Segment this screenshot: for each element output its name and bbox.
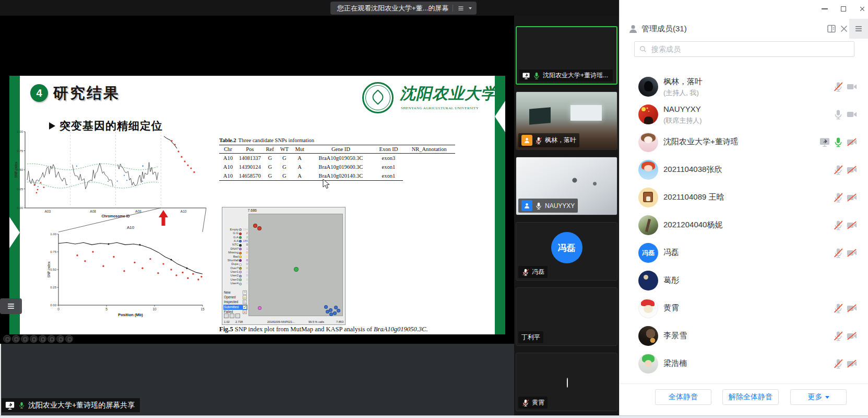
tile-name-bar: 黄霄 bbox=[518, 397, 548, 409]
annotation-tool-6[interactable] bbox=[47, 335, 55, 343]
kasp-legend-row: Dupe 0 bbox=[223, 263, 248, 266]
member-row[interactable]: 梁浩楠 bbox=[620, 350, 868, 378]
mic-muted-icon[interactable] bbox=[833, 164, 844, 176]
window-maximize-button[interactable] bbox=[836, 3, 851, 15]
university-logo-icon bbox=[362, 82, 394, 113]
svg-text:10: 10 bbox=[152, 307, 157, 311]
mic-muted-icon[interactable] bbox=[833, 330, 844, 342]
camera-off-icon[interactable] bbox=[846, 164, 858, 176]
mic-muted-icon[interactable] bbox=[833, 247, 844, 259]
member-row[interactable]: NAUYYXY (联席主持人) bbox=[620, 101, 868, 129]
pill-divider bbox=[453, 5, 453, 11]
mic-icon[interactable] bbox=[833, 109, 844, 120]
table-header-cell: Pos bbox=[237, 145, 263, 154]
member-row[interactable]: 葛彤 bbox=[620, 267, 868, 295]
camera-off-icon[interactable] bbox=[846, 303, 858, 314]
member-row[interactable]: 沈阳农业大学+董诗瑶 bbox=[620, 129, 868, 156]
legend-dot-icon bbox=[239, 275, 242, 277]
avatar bbox=[567, 378, 568, 388]
mic-active-icon[interactable] bbox=[833, 136, 844, 148]
members-panel: 管理成员(31) 枫林，落叶 (主持人, 我) NAUYYXY (联席主持人) … bbox=[619, 0, 868, 415]
avatar: 冯磊 bbox=[638, 243, 658, 263]
genotype-cluster-dot bbox=[329, 312, 333, 316]
table-header-cell: Ref bbox=[263, 145, 277, 154]
member-row[interactable]: 2021104089 王晗 bbox=[620, 184, 868, 212]
member-row[interactable]: 黄霄 bbox=[620, 295, 868, 322]
table-cell: BraA10g019600.3C bbox=[307, 162, 374, 171]
unmute-all-button[interactable]: 解除全体静音 bbox=[722, 389, 779, 405]
video-tile[interactable]: 沈阳农业大学+董诗瑶... bbox=[516, 26, 617, 85]
video-tile[interactable]: NAUYYXY bbox=[516, 157, 617, 215]
kasp-status-row[interactable]: Opened bbox=[223, 295, 247, 299]
mic-muted-icon[interactable] bbox=[833, 358, 844, 369]
member-row[interactable]: 枫林，落叶 (主持人, 我) bbox=[620, 73, 868, 101]
camera-off-icon[interactable] bbox=[846, 247, 858, 259]
kasp-axis-max: 7.686 bbox=[229, 208, 257, 212]
table-cell: exon1 bbox=[374, 162, 403, 171]
kasp-status-row[interactable]: New? bbox=[223, 290, 247, 295]
member-row[interactable]: 2021204040杨妮 bbox=[620, 212, 868, 239]
video-tile[interactable]: 枫林，落叶 bbox=[516, 91, 617, 150]
annotation-tool-3[interactable] bbox=[21, 335, 29, 343]
annotation-tool-4[interactable] bbox=[30, 335, 38, 343]
mute-all-button[interactable]: 全体静音 bbox=[655, 389, 711, 405]
avatar bbox=[638, 188, 658, 207]
kasp-legend-row: NTC 0 bbox=[223, 243, 248, 247]
video-tile[interactable]: 丁利平 bbox=[516, 287, 617, 346]
annotation-tool-5[interactable] bbox=[39, 335, 46, 343]
video-tile[interactable]: 冯磊 冯磊 bbox=[516, 222, 617, 281]
kasp-status-row[interactable]: Inspected bbox=[223, 300, 247, 305]
member-name: 2021204040杨妮 bbox=[663, 220, 722, 230]
member-row[interactable]: 2021104038张欣 bbox=[620, 156, 868, 184]
university-name-cn: 沈阳农业大学 bbox=[400, 83, 497, 104]
layout-menu-icon[interactable] bbox=[457, 5, 465, 12]
kasp-status-list: New?OpenedInspectedSubmittedFailed bbox=[223, 290, 247, 315]
camera-off-icon[interactable] bbox=[846, 358, 858, 369]
mic-muted-icon[interactable] bbox=[833, 303, 844, 314]
member-row[interactable]: 李景雪 bbox=[620, 322, 868, 350]
panel-close-icon[interactable] bbox=[839, 24, 849, 34]
camera-off-icon[interactable] bbox=[846, 219, 858, 231]
tile-participant-name: NAUYYXY bbox=[545, 202, 575, 210]
screen-sharing-icon bbox=[522, 72, 530, 80]
window-minimize-button[interactable] bbox=[817, 3, 833, 15]
annotation-tool-1[interactable] bbox=[3, 335, 11, 343]
mic-muted-icon[interactable] bbox=[833, 81, 844, 92]
member-row[interactable]: 冯磊 冯磊 bbox=[620, 239, 868, 267]
window-bottom-edge bbox=[0, 415, 868, 418]
camera-icon[interactable] bbox=[846, 81, 858, 92]
slide-title: 研究结果 bbox=[53, 83, 120, 104]
legend-dot-icon bbox=[239, 236, 242, 239]
tile-name-bar: NAUYYXY bbox=[518, 199, 578, 213]
camera-off-icon[interactable] bbox=[846, 330, 858, 342]
legend-dot-icon bbox=[239, 263, 242, 266]
mic-muted-icon[interactable] bbox=[833, 192, 844, 203]
annotation-panel-toggle[interactable] bbox=[0, 298, 22, 314]
search-input[interactable] bbox=[650, 44, 850, 54]
panel-popout-icon[interactable] bbox=[826, 24, 837, 34]
camera-off-icon[interactable] bbox=[846, 192, 858, 203]
kasp-status-row[interactable]: Submitted bbox=[223, 305, 247, 309]
kasp-footer-values: 1.022.738 20181009-NNP021-..99.5 % calls… bbox=[224, 320, 343, 323]
table-cell: exon1 bbox=[374, 171, 403, 181]
figure-caption: Fig.5 SNP index plot from MutMap and KAS… bbox=[219, 326, 427, 333]
member-name: 沈阳农业大学+董诗瑶 bbox=[663, 137, 739, 147]
camera-off-icon[interactable] bbox=[846, 136, 858, 148]
grid-icon bbox=[243, 295, 247, 299]
annotation-tool-2[interactable] bbox=[12, 335, 20, 343]
mic-muted-icon[interactable] bbox=[833, 219, 844, 231]
video-tile[interactable]: 黄霄 bbox=[516, 353, 617, 411]
tile-name-bar: 枫林，落叶 bbox=[518, 133, 579, 147]
x-icon bbox=[243, 310, 247, 314]
camera-icon[interactable] bbox=[846, 109, 858, 120]
table-cell: G bbox=[277, 171, 292, 181]
slide-band-notch bbox=[495, 101, 505, 132]
panel-menu-button[interactable] bbox=[849, 19, 868, 39]
member-search-box[interactable] bbox=[634, 41, 854, 57]
tile-participant-name: 黄霄 bbox=[532, 398, 544, 407]
window-close-button[interactable] bbox=[854, 3, 868, 15]
more-button[interactable]: 更多 bbox=[790, 389, 847, 405]
annotation-tool-8[interactable] bbox=[65, 335, 73, 343]
annotation-tool-7[interactable] bbox=[56, 335, 64, 343]
watching-status-pill[interactable]: 您正在观看沈阳农业大学+董...的屏幕 bbox=[330, 2, 477, 15]
